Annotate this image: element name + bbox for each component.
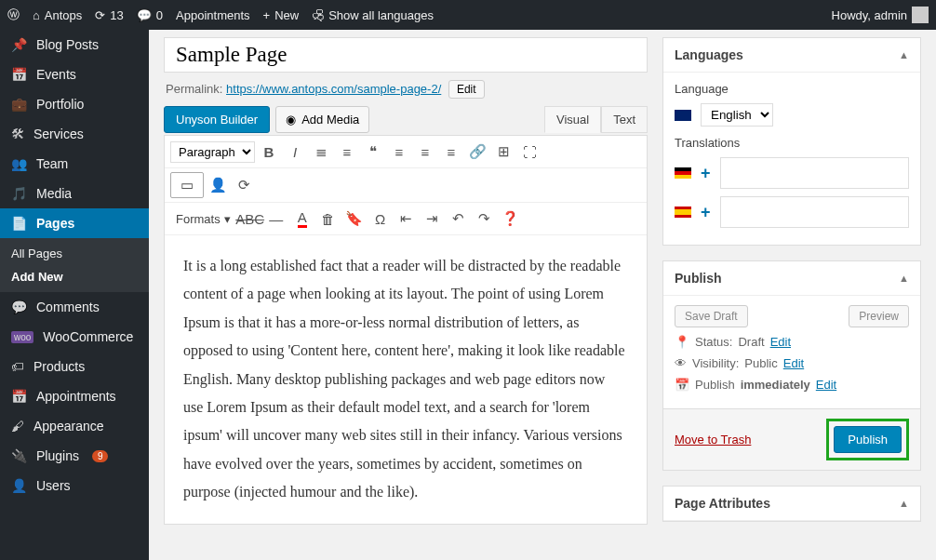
- add-media-button[interactable]: ◉Add Media: [275, 106, 369, 133]
- appointments-link[interactable]: Appointments: [176, 8, 250, 22]
- edit-status-link[interactable]: Edit: [770, 335, 791, 349]
- plug-icon: 🔌: [11, 448, 27, 463]
- comment-icon: 💬: [11, 300, 27, 314]
- publish-button[interactable]: Publish: [834, 426, 902, 453]
- sidebar-submenu-pages: All Pages Add New: [0, 238, 149, 292]
- wp-logo[interactable]: ⓦ: [7, 7, 20, 23]
- sidebar-label: Pages: [36, 216, 74, 231]
- paragraph-select[interactable]: Paragraph: [170, 141, 255, 163]
- sidebar-item-users[interactable]: 👤Users: [0, 471, 149, 500]
- edit-visibility-link[interactable]: Edit: [783, 356, 804, 370]
- sidebar-item-comments[interactable]: 💬Comments: [0, 292, 149, 322]
- strike-button[interactable]: ABC: [238, 207, 262, 231]
- align-left-button[interactable]: ≡: [387, 140, 411, 164]
- save-draft-button[interactable]: Save Draft: [675, 305, 748, 327]
- publish-highlight: Publish: [826, 419, 909, 460]
- sidebar-label: Users: [36, 478, 71, 493]
- language-select[interactable]: English: [701, 103, 773, 127]
- clear-button[interactable]: 🗑: [316, 207, 341, 231]
- box-button[interactable]: ▭: [170, 172, 204, 198]
- bold-button[interactable]: B: [257, 140, 281, 164]
- ul-button[interactable]: ≣: [309, 140, 333, 164]
- publish-title: Publish: [675, 271, 722, 286]
- sidebar-item-services[interactable]: 🛠Services: [0, 119, 149, 149]
- sidebar-item-events[interactable]: 📅Events: [0, 60, 149, 89]
- pin-icon: 📌: [11, 37, 27, 52]
- comment-icon: 💬: [137, 8, 152, 22]
- languages-panel-header[interactable]: Languages▲: [663, 38, 920, 73]
- edit-permalink-button[interactable]: Edit: [448, 80, 485, 99]
- sidebar-label: Appearance: [33, 419, 104, 433]
- sidebar-label: WooCommerce: [43, 329, 133, 344]
- translation-input-es[interactable]: [720, 196, 909, 228]
- indent-button[interactable]: ⇥: [421, 207, 445, 231]
- media-icon: 🎵: [11, 186, 27, 201]
- publish-panel-header[interactable]: Publish▲: [663, 261, 920, 296]
- visibility-label: Visibility:: [692, 356, 739, 370]
- media-icon: ◉: [286, 113, 296, 127]
- help-button[interactable]: ❓: [499, 207, 523, 231]
- page-title-input[interactable]: [164, 37, 648, 73]
- align-right-button[interactable]: ≡: [439, 140, 463, 164]
- home-icon: ⌂: [33, 8, 40, 22]
- sidebar-item-blog-posts[interactable]: 📌Blog Posts: [0, 30, 149, 60]
- key-icon: 📍: [675, 335, 689, 349]
- site-link[interactable]: ⌂Antops: [33, 8, 82, 22]
- add-translation-de[interactable]: +: [701, 164, 711, 183]
- undo-button[interactable]: ↶: [447, 207, 471, 231]
- align-center-button[interactable]: ≡: [413, 140, 437, 164]
- page-attributes-header[interactable]: Page Attributes▲: [663, 487, 920, 521]
- ol-button[interactable]: ≡: [335, 140, 359, 164]
- person-button[interactable]: 👤: [206, 173, 230, 197]
- hr-button[interactable]: —: [264, 207, 288, 231]
- show-langs-link[interactable]: 🗫Show all languages: [312, 8, 434, 22]
- preview-button[interactable]: Preview: [849, 305, 909, 327]
- tag-button[interactable]: 🔖: [342, 207, 367, 231]
- user-menu[interactable]: Howdy, admin: [832, 7, 929, 23]
- formats-select[interactable]: Formats▾: [170, 212, 236, 226]
- textcolor-button[interactable]: A: [290, 207, 314, 231]
- sidebar-item-portfolio[interactable]: 💼Portfolio: [0, 89, 149, 119]
- outdent-button[interactable]: ⇤: [394, 207, 419, 231]
- calendar-icon: 📅: [11, 389, 27, 404]
- add-translation-es[interactable]: +: [701, 203, 711, 222]
- sidebar-item-appointments[interactable]: 📅Appointments: [0, 381, 149, 411]
- sidebar-item-media[interactable]: 🎵Media: [0, 179, 149, 208]
- sidebar-sub-add-new[interactable]: Add New: [0, 265, 149, 288]
- editor-body[interactable]: It is a long established fact that a rea…: [165, 235, 647, 524]
- publish-panel: Publish▲ Save Draft Preview 📍Status: Dra…: [662, 260, 921, 471]
- metaboxes: Languages▲ Language English Translations…: [662, 37, 921, 553]
- translation-input-de[interactable]: [720, 157, 909, 189]
- languages-panel: Languages▲ Language English Translations…: [662, 37, 921, 246]
- link-button[interactable]: 🔗: [465, 140, 489, 164]
- sidebar-item-appearance[interactable]: 🖌Appearance: [0, 411, 149, 441]
- new-label: New: [274, 8, 299, 22]
- edit-schedule-link[interactable]: Edit: [816, 378, 836, 392]
- page-attributes-panel: Page Attributes▲: [662, 486, 921, 522]
- toolbar-row-2: Formats▾ ABC — A 🗑 🔖 Ω ⇤ ⇥ ↶ ↷ ❓: [165, 203, 647, 235]
- italic-button[interactable]: I: [283, 140, 307, 164]
- tab-text[interactable]: Text: [601, 106, 648, 133]
- more-button[interactable]: ⊞: [491, 140, 515, 164]
- eye-icon: 👁: [675, 356, 687, 370]
- refresh-button[interactable]: ⟳: [232, 173, 256, 197]
- permalink-url[interactable]: https://www.antops.com/sample-page-2/: [226, 82, 441, 96]
- sidebar-sub-all-pages[interactable]: All Pages: [0, 242, 149, 265]
- quote-button[interactable]: ❝: [361, 140, 385, 164]
- fullscreen-button[interactable]: ⛶: [517, 140, 542, 164]
- move-to-trash-link[interactable]: Move to Trash: [675, 433, 751, 447]
- sidebar-item-woocommerce[interactable]: wooWooCommerce: [0, 322, 149, 352]
- sidebar-item-plugins[interactable]: 🔌Plugins9: [0, 441, 149, 471]
- sidebar-item-products[interactable]: 🏷Products: [0, 352, 149, 381]
- brush-icon: 🖌: [11, 419, 24, 433]
- woo-icon: woo: [11, 331, 33, 343]
- omega-button[interactable]: Ω: [368, 207, 393, 231]
- tab-visual[interactable]: Visual: [544, 106, 601, 133]
- sidebar-item-pages[interactable]: 📄Pages: [0, 208, 149, 238]
- new-link[interactable]: +New: [263, 8, 300, 22]
- redo-button[interactable]: ↷: [473, 207, 497, 231]
- sidebar-item-team[interactable]: 👥Team: [0, 149, 149, 179]
- updates-link[interactable]: ⟳13: [95, 8, 123, 22]
- unyson-builder-button[interactable]: Unyson Builder: [164, 106, 270, 133]
- comments-link[interactable]: 💬0: [137, 8, 163, 22]
